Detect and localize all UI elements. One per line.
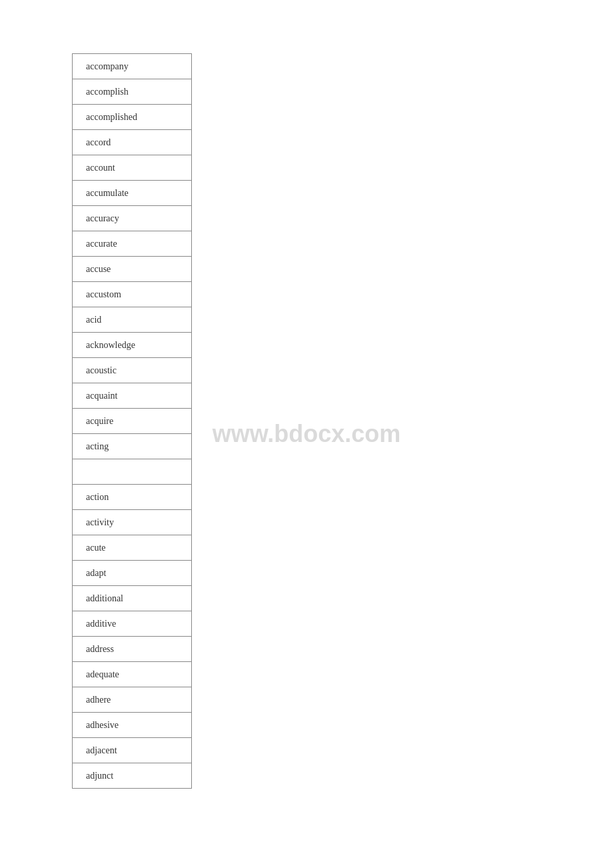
word-cell: accustom	[73, 282, 192, 307]
word-row: accompany	[73, 54, 192, 79]
word-row: adequate	[73, 662, 192, 687]
word-row: additional	[73, 586, 192, 611]
word-cell: action	[73, 485, 192, 510]
word-row: address	[73, 637, 192, 662]
word-cell: acute	[73, 535, 192, 561]
word-row: acute	[73, 535, 192, 561]
word-row: activity	[73, 510, 192, 535]
word-cell: accomplish	[73, 79, 192, 105]
word-row: action	[73, 485, 192, 510]
word-cell: accomplished	[73, 105, 192, 130]
word-row: accustom	[73, 282, 192, 307]
word-cell: accord	[73, 130, 192, 155]
word-cell: acquire	[73, 409, 192, 434]
word-cell: adapt	[73, 561, 192, 586]
word-row: accord	[73, 130, 192, 155]
word-row: accuracy	[73, 206, 192, 231]
word-row: adjacent	[73, 738, 192, 763]
word-cell: acoustic	[73, 358, 192, 383]
word-row: acoustic	[73, 358, 192, 383]
word-row: acquire	[73, 409, 192, 434]
word-row: account	[73, 155, 192, 181]
word-cell: accuracy	[73, 206, 192, 231]
word-row: accurate	[73, 231, 192, 257]
page-container: accompanyaccomplishaccomplishedaccordacc…	[0, 0, 613, 842]
word-row: additive	[73, 611, 192, 637]
word-cell: adhere	[73, 687, 192, 713]
word-cell: adhesive	[73, 713, 192, 738]
word-row: acquaint	[73, 383, 192, 409]
word-cell: acknowledge	[73, 333, 192, 358]
empty-row	[73, 459, 192, 485]
word-row: accumulate	[73, 181, 192, 206]
word-cell: accompany	[73, 54, 192, 79]
word-row: adhere	[73, 687, 192, 713]
word-row: accomplished	[73, 105, 192, 130]
word-cell: additional	[73, 586, 192, 611]
word-cell: acquaint	[73, 383, 192, 409]
word-cell: accurate	[73, 231, 192, 257]
word-cell: acid	[73, 307, 192, 333]
word-cell: accuse	[73, 257, 192, 282]
word-row: adhesive	[73, 713, 192, 738]
word-cell: adjacent	[73, 738, 192, 763]
word-row: adjunct	[73, 763, 192, 789]
word-cell: acting	[73, 434, 192, 459]
word-cell: adequate	[73, 662, 192, 687]
word-cell: address	[73, 637, 192, 662]
word-cell: activity	[73, 510, 192, 535]
word-row: acting	[73, 434, 192, 459]
word-cell: adjunct	[73, 763, 192, 789]
word-row: adapt	[73, 561, 192, 586]
word-cell: additive	[73, 611, 192, 637]
word-row: acid	[73, 307, 192, 333]
word-row: acknowledge	[73, 333, 192, 358]
word-cell: accumulate	[73, 181, 192, 206]
word-cell	[73, 459, 192, 485]
word-row: accuse	[73, 257, 192, 282]
word-cell: account	[73, 155, 192, 181]
word-table: accompanyaccomplishaccomplishedaccordacc…	[72, 53, 192, 789]
word-row: accomplish	[73, 79, 192, 105]
